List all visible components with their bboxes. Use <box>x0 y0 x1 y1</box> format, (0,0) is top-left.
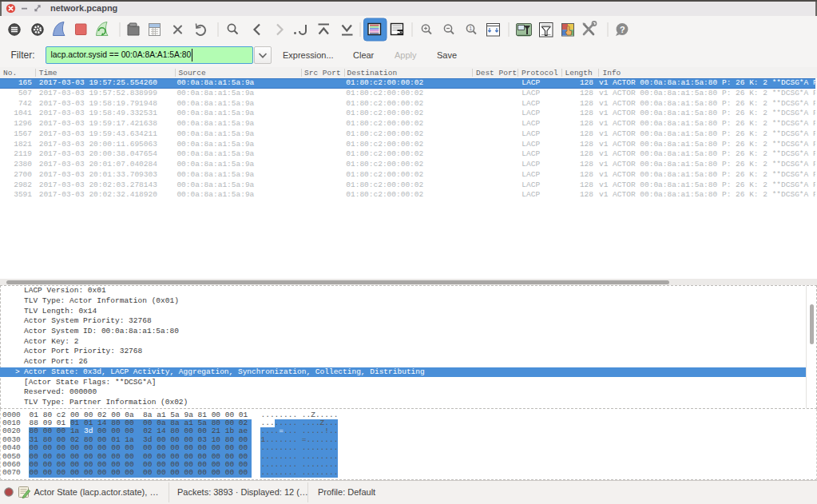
svg-text:1: 1 <box>469 26 472 31</box>
svg-text:?: ? <box>620 25 625 34</box>
